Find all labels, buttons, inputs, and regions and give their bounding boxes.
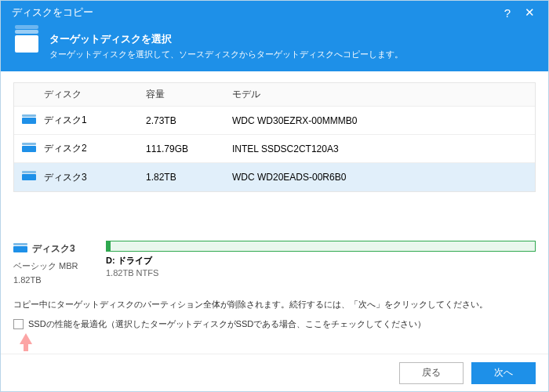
table-row[interactable]: ディスク1 2.73TB WDC WD30EZRX-00MMMB0	[14, 107, 535, 135]
disk-icon	[22, 146, 36, 152]
header-banner: ターゲットディスクを選択 ターゲットディスクを選択して、ソースディスクからターゲ…	[1, 24, 548, 71]
checkbox-icon[interactable]	[13, 319, 24, 329]
cell-capacity: 2.73TB	[146, 115, 232, 126]
partition-label: D: ドライブ	[106, 255, 152, 267]
help-icon[interactable]: ?	[496, 6, 518, 20]
partition-bar[interactable]	[106, 241, 536, 252]
annotation-arrow-icon	[20, 333, 32, 344]
table-header: ディスク 容量 モデル	[14, 83, 535, 107]
close-icon[interactable]: ✕	[518, 5, 540, 20]
detail-disk-type: ベーシック MBR	[13, 260, 98, 272]
window-title: ディスクをコピー	[12, 5, 496, 20]
disk-icon	[22, 174, 36, 180]
header-title: ターゲットディスクを選択	[49, 32, 403, 46]
header-subtitle: ターゲットディスクを選択して、ソースディスクからターゲットディスクへコピーします…	[49, 49, 403, 60]
cell-model: WDC WD30EZRX-00MMMB0	[232, 115, 527, 126]
content-area: ディスク 容量 モデル ディスク1 2.73TB WDC WD30EZRX-00…	[1, 71, 548, 354]
disk-icon	[22, 118, 36, 124]
ssd-optimize-option[interactable]: SSDの性能を最適化（選択したターゲットディスクがSSDである場合、ここをチェッ…	[13, 318, 536, 330]
cell-model: WDC WD20EADS-00R6B0	[232, 172, 527, 183]
th-disk: ディスク	[44, 88, 146, 101]
warning-text: コピー中にターゲットディスクのパーティション全体が削除されます。続行するには、「…	[13, 299, 536, 310]
disk-detail: ディスク3 ベーシック MBR 1.82TB D: ドライブ 1.82TB NT…	[13, 241, 536, 285]
table-row[interactable]: ディスク2 111.79GB INTEL SSDSC2CT120A3	[14, 135, 535, 163]
copy-disk-wizard: ディスクをコピー ? ✕ ターゲットディスクを選択 ターゲットディスクを選択して…	[0, 0, 549, 392]
disk-table: ディスク 容量 モデル ディスク1 2.73TB WDC WD30EZRX-00…	[13, 82, 536, 192]
partition-info: 1.82TB NTFS	[106, 268, 536, 278]
ssd-optimize-label: SSDの性能を最適化（選択したターゲットディスクがSSDである場合、ここをチェッ…	[28, 318, 426, 330]
cell-model: INTEL SSDSC2CT120A3	[232, 143, 527, 154]
table-row[interactable]: ディスク3 1.82TB WDC WD20EADS-00R6B0	[14, 163, 535, 191]
cell-capacity: 111.79GB	[146, 143, 232, 154]
titlebar: ディスクをコピー ? ✕	[1, 1, 548, 24]
disk-icon	[13, 246, 27, 252]
detail-disk-size: 1.82TB	[13, 275, 98, 285]
footer: 戻る 次へ	[1, 354, 548, 391]
next-button[interactable]: 次へ	[471, 362, 536, 384]
back-button[interactable]: 戻る	[399, 362, 464, 384]
th-model: モデル	[232, 88, 527, 101]
cell-disk: ディスク1	[44, 114, 146, 127]
cell-disk: ディスク3	[44, 171, 146, 184]
cell-capacity: 1.82TB	[146, 172, 232, 183]
cell-disk: ディスク2	[44, 142, 146, 155]
detail-disk-name: ディスク3	[32, 242, 75, 256]
th-capacity: 容量	[146, 88, 232, 101]
disk-stack-icon	[15, 35, 38, 53]
